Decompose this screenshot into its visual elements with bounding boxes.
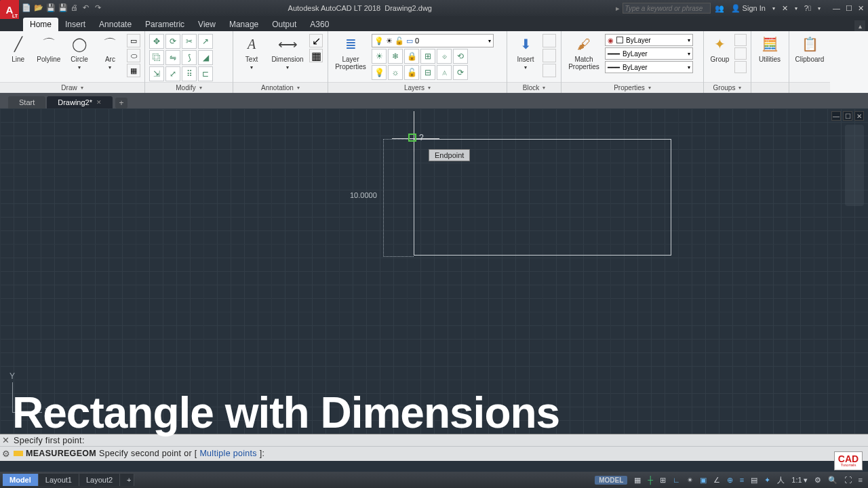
move-icon[interactable]: ✥ (149, 34, 164, 49)
stretch-icon[interactable]: ⇲ (149, 66, 164, 81)
search-input[interactable] (623, 3, 711, 14)
layer-prev-icon[interactable]: ⟲ (453, 49, 468, 64)
layer-walk-icon[interactable]: ⟑ (437, 65, 452, 80)
command-line[interactable]: ✕ Specify first point: ⚙ MEASUREGEOM Spe… (0, 434, 868, 461)
dimension-button[interactable]: ⟷Dimension▾ (269, 34, 307, 70)
layer-lock-icon[interactable]: 🔒 (404, 49, 419, 64)
polyline-button[interactable]: ⌒Polyline (35, 34, 62, 63)
layer-off-icon[interactable]: ☀ (372, 49, 387, 64)
panel-draw-label[interactable]: Draw (0, 82, 144, 93)
undo-icon[interactable]: ↶ (83, 3, 92, 13)
clean-screen-icon[interactable]: ⛶ (844, 476, 852, 484)
text-button[interactable]: AText▾ (237, 34, 266, 70)
insert-button[interactable]: ⬇Insert▾ (511, 34, 540, 70)
vp-close-icon[interactable]: ✕ (854, 111, 864, 121)
layer-properties-button[interactable]: ≣Layer Properties (332, 34, 369, 70)
line-button[interactable]: ╱Line (4, 34, 32, 63)
utilities-button[interactable]: 🧮Utilities (755, 34, 784, 63)
group-bbox-icon[interactable] (734, 61, 747, 73)
signin-button[interactable]: 👤 Sign In (731, 4, 766, 13)
copy-icon[interactable]: ⿻ (149, 50, 164, 65)
group-edit-icon[interactable] (734, 47, 747, 60)
layer-thaw-icon[interactable]: ☼ (388, 65, 403, 80)
annotation-scale[interactable]: 1:1 ▾ (791, 476, 807, 485)
array-icon[interactable]: ⠿ (182, 66, 197, 81)
panel-block-label[interactable]: Block (507, 82, 561, 93)
redo-icon[interactable]: ↷ (95, 3, 104, 13)
polar-toggle-icon[interactable]: ✴ (687, 476, 693, 485)
tab-parametric[interactable]: Parametric (138, 18, 191, 31)
saveas-icon[interactable]: 💾 (58, 3, 68, 13)
cmd-options-icon[interactable]: ⚙ (1, 449, 11, 459)
panel-layers-label[interactable]: Layers (328, 82, 507, 93)
ortho-toggle-icon[interactable]: ∟ (673, 476, 680, 484)
edit-block-icon[interactable] (542, 49, 556, 62)
group-button[interactable]: ✦Group (708, 34, 732, 63)
tab-output[interactable]: Output (265, 18, 303, 31)
hatch-icon[interactable]: ▦ (127, 64, 140, 77)
cmd-option[interactable]: Multiple points (199, 449, 256, 458)
ribbon-minimize-icon[interactable]: ▴ (854, 20, 865, 31)
layer-freeze-icon[interactable]: ❄ (388, 49, 403, 64)
layer-match-icon[interactable]: ⟐ (437, 49, 452, 64)
workspace-icon[interactable]: ⚙ (814, 476, 821, 485)
cmd-close-icon[interactable]: ✕ (1, 435, 11, 445)
drawing-canvas[interactable]: — ☐ ✕ 10.0000 ? Endpoint Y X Rectangle w… (0, 108, 868, 434)
grid-toggle-icon[interactable]: ▦ (634, 476, 641, 485)
panel-properties-label[interactable]: Properties (561, 82, 703, 93)
rect-icon[interactable]: ▭ (127, 34, 140, 47)
model-tab[interactable]: Model (3, 474, 39, 486)
minimize-button[interactable]: — (833, 4, 840, 13)
anno-monitor-icon[interactable]: 🔍 (828, 476, 837, 485)
add-layout-icon[interactable]: + (120, 474, 134, 486)
offset-icon[interactable]: ⊏ (198, 66, 213, 81)
create-block-icon[interactable] (542, 34, 556, 47)
osnap-toggle-icon[interactable]: ▣ (700, 476, 707, 485)
dyn-input-icon[interactable]: ⊕ (727, 476, 733, 485)
exchange-icon[interactable]: ✕ (782, 4, 788, 13)
tab-a360[interactable]: A360 (303, 18, 336, 31)
color-dropdown[interactable]: ◉ByLayer▾ (605, 34, 693, 46)
layout1-tab[interactable]: Layout1 (39, 474, 79, 486)
chamfer-icon[interactable]: ◢ (198, 50, 213, 65)
table-icon[interactable]: ▦ (309, 49, 323, 62)
vp-maximize-icon[interactable]: ☐ (843, 111, 852, 121)
navigation-bar[interactable] (845, 125, 864, 206)
help-icon[interactable]: ?⃝ (804, 4, 811, 12)
transparency-icon[interactable]: ▤ (751, 476, 757, 485)
panel-modify-label[interactable]: Modify (145, 82, 233, 93)
rotate-icon[interactable]: ⟳ (165, 34, 180, 49)
leader-icon[interactable]: ↙ (309, 34, 323, 47)
tab-view[interactable]: View (191, 18, 222, 31)
layer-on-icon[interactable]: 💡 (372, 65, 387, 80)
open-icon[interactable]: 📂 (34, 3, 43, 13)
ungroup-icon[interactable] (734, 34, 747, 46)
layer-iso-icon[interactable]: ⊞ (420, 49, 435, 64)
plot-icon[interactable]: 🖨 (71, 3, 80, 13)
attribute-icon[interactable] (542, 64, 556, 77)
tab-insert[interactable]: Insert (58, 18, 92, 31)
qp-icon[interactable]: ✦ (764, 476, 770, 485)
layer-state-icon[interactable]: ⟳ (453, 65, 468, 80)
infocenter-icon[interactable]: 👥 (715, 4, 724, 13)
close-button[interactable]: ✕ (858, 4, 864, 13)
sc-icon[interactable]: 人 (777, 475, 785, 485)
otrack-toggle-icon[interactable]: ∠ (713, 476, 720, 485)
tab-manage[interactable]: Manage (222, 18, 265, 31)
close-tab-icon[interactable]: ✕ (96, 99, 102, 106)
layer-unlock-icon[interactable]: 🔓 (404, 65, 419, 80)
linetype-dropdown[interactable]: ━━━ByLayer▾ (605, 47, 693, 60)
tab-annotate[interactable]: Annotate (92, 18, 138, 31)
save-icon[interactable]: 💾 (46, 3, 56, 13)
maximize-button[interactable]: ☐ (846, 4, 852, 13)
doc-tab-start[interactable]: Start (8, 96, 45, 108)
layer-dropdown[interactable]: 💡☀🔓▭0▾ (372, 34, 494, 47)
clipboard-button[interactable]: 📋Clipboard (793, 34, 826, 63)
vp-minimize-icon[interactable]: — (831, 111, 841, 121)
app-logo[interactable]: A (0, 0, 19, 19)
panel-groups-label[interactable]: Groups (704, 82, 751, 93)
lwt-toggle-icon[interactable]: ≡ (740, 476, 744, 484)
tab-home[interactable]: Home (23, 18, 58, 31)
mirror-icon[interactable]: ⇋ (165, 50, 180, 65)
snap-toggle-icon[interactable]: ⊞ (660, 476, 666, 485)
